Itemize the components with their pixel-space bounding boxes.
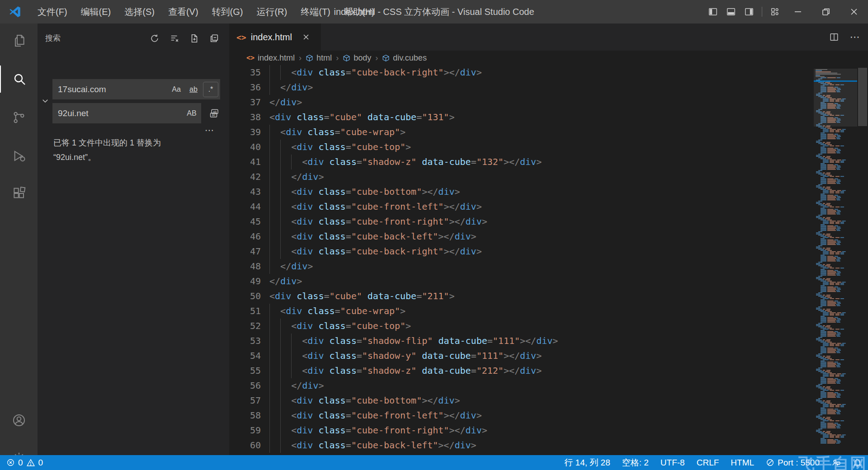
- breadcrumb-item-index.html[interactable]: <>index.html: [246, 53, 295, 63]
- code-line-35[interactable]: 35<div class="cube-back-right"></div>: [229, 65, 812, 80]
- code-line-content[interactable]: <div class="cube" data-cube="131">: [269, 110, 812, 125]
- menu-item-3[interactable]: 查看(V): [161, 0, 205, 24]
- code-line-content[interactable]: <div class="cube-back-right"></div>: [269, 65, 812, 80]
- toggle-replace-chevron-icon[interactable]: [39, 95, 51, 107]
- code-line-content[interactable]: <div class="cube-bottom"></div>: [269, 393, 812, 408]
- code-editor[interactable]: 35<div class="cube-back-right"></div>36<…: [229, 65, 812, 455]
- code-line-36[interactable]: 36</div>: [229, 80, 812, 95]
- search-icon[interactable]: [0, 66, 38, 93]
- code-line-45[interactable]: 45<div class="cube-front-right"></div>: [229, 214, 812, 229]
- code-line-content[interactable]: <div class="cube-wrap">: [269, 125, 812, 140]
- code-line-60[interactable]: 60<div class="cube-back-left"></div>: [229, 438, 812, 453]
- status-item-2[interactable]: UTF-8: [655, 455, 691, 470]
- code-line-content[interactable]: <div class="cube-wrap">: [269, 304, 812, 319]
- scrollbar-thumb[interactable]: [858, 68, 867, 126]
- more-actions-icon[interactable]: ⋯: [203, 125, 217, 136]
- code-line-40[interactable]: 40<div class="cube-top">: [229, 140, 812, 155]
- breadcrumb-item-html[interactable]: html: [306, 53, 332, 63]
- code-line-38[interactable]: 38<div class="cube" data-cube="131">: [229, 110, 812, 125]
- code-line-50[interactable]: 50<div class="cube" data-cube="211">: [229, 289, 812, 304]
- explorer-icon[interactable]: [0, 27, 38, 54]
- toggle-panel-icon[interactable]: [722, 0, 740, 24]
- vertical-scrollbar[interactable]: [857, 65, 868, 455]
- minimize-button[interactable]: [784, 0, 812, 24]
- code-line-content[interactable]: <div class="cube" data-cube="211">: [269, 289, 812, 304]
- clear-search-results-icon[interactable]: [168, 32, 181, 45]
- collapse-all-icon[interactable]: [208, 32, 221, 45]
- code-line-content[interactable]: <div class="cube-front-left"></div>: [269, 199, 812, 214]
- extensions-icon[interactable]: [0, 180, 38, 207]
- status-item-0[interactable]: 行 14, 列 28: [558, 455, 616, 470]
- code-line-39[interactable]: 39<div class="cube-wrap">: [229, 125, 812, 140]
- code-line-content[interactable]: <div class="cube-front-right"></div>: [269, 214, 812, 229]
- match-case-icon[interactable]: Aa: [169, 82, 184, 97]
- account-icon[interactable]: [0, 407, 38, 434]
- problems-status[interactable]: 0 0: [0, 458, 43, 468]
- code-line-55[interactable]: 55<div class="shadow-z" data-cube="212">…: [229, 363, 812, 378]
- status-item-1[interactable]: 空格: 2: [616, 455, 655, 470]
- code-line-content[interactable]: <div class="cube-back-right"></div>: [269, 244, 812, 259]
- menu-item-1[interactable]: 编辑(E): [74, 0, 118, 24]
- tab-index-html[interactable]: <> index.html: [229, 24, 321, 51]
- code-line-52[interactable]: 52<div class="cube-top">: [229, 319, 812, 334]
- code-line-37[interactable]: 37</div>: [229, 95, 812, 110]
- code-line-42[interactable]: 42</div>: [229, 169, 812, 184]
- code-line-44[interactable]: 44<div class="cube-front-left"></div>: [229, 199, 812, 214]
- code-line-content[interactable]: <div class="shadow-z" data-cube="212"></…: [269, 363, 812, 378]
- code-line-47[interactable]: 47<div class="cube-back-right"></div>: [229, 244, 812, 259]
- code-line-49[interactable]: 49</div>: [229, 274, 812, 289]
- menu-item-6[interactable]: 终端(T): [294, 0, 337, 24]
- run-debug-icon[interactable]: [0, 142, 38, 169]
- status-port[interactable]: Port : 5500: [760, 455, 826, 470]
- code-line-41[interactable]: 41<div class="shadow-z" data-cube="132">…: [229, 155, 812, 169]
- code-line-content[interactable]: <div class="shadow-z" data-cube="132"></…: [269, 155, 812, 169]
- code-line-content[interactable]: <div class="cube-front-right"></div>: [269, 423, 812, 438]
- code-line-46[interactable]: 46<div class="cube-back-left"></div>: [229, 229, 812, 244]
- code-line-content[interactable]: <div class="shadow-flip" data-cube="111"…: [269, 334, 812, 348]
- code-line-56[interactable]: 56</div>: [229, 378, 812, 393]
- menu-item-0[interactable]: 文件(F): [31, 0, 74, 24]
- restore-button[interactable]: [812, 0, 840, 24]
- menu-item-4[interactable]: 转到(G): [205, 0, 250, 24]
- minimap[interactable]: [814, 65, 857, 455]
- code-line-content[interactable]: </div>: [269, 378, 812, 393]
- editor-more-actions-icon[interactable]: ⋯: [848, 30, 862, 44]
- menu-item-5[interactable]: 运行(R): [250, 0, 294, 24]
- code-line-content[interactable]: <div class="cube-back-left"></div>: [269, 438, 812, 453]
- refresh-icon[interactable]: [148, 32, 161, 45]
- search-input[interactable]: [52, 85, 169, 94]
- code-line-content[interactable]: </div>: [269, 80, 812, 95]
- menu-item-2[interactable]: 选择(S): [118, 0, 161, 24]
- source-control-icon[interactable]: [0, 104, 38, 131]
- code-line-57[interactable]: 57<div class="cube-bottom"></div>: [229, 393, 812, 408]
- toggle-secondary-sidebar-icon[interactable]: [740, 0, 758, 24]
- status-item-4[interactable]: HTML: [725, 455, 760, 470]
- whole-word-icon[interactable]: ab: [186, 82, 201, 97]
- replace-input[interactable]: [52, 108, 184, 118]
- notifications-bell-icon[interactable]: [847, 455, 868, 470]
- tab-close-icon[interactable]: [300, 31, 312, 43]
- replace-all-icon[interactable]: abac: [207, 106, 222, 121]
- minimap-slider[interactable]: [814, 69, 857, 127]
- toggle-sidebar-icon[interactable]: [704, 0, 722, 24]
- code-line-content[interactable]: <div class="shadow-y" data-cube="111"></…: [269, 348, 812, 363]
- code-line-51[interactable]: 51<div class="cube-wrap">: [229, 304, 812, 319]
- preserve-case-icon[interactable]: AB: [184, 106, 199, 121]
- code-line-content[interactable]: <div class="cube-top">: [269, 140, 812, 155]
- split-editor-icon[interactable]: [827, 30, 841, 44]
- code-line-53[interactable]: 53<div class="shadow-flip" data-cube="11…: [229, 334, 812, 348]
- code-line-content[interactable]: <div class="cube-top">: [269, 319, 812, 334]
- code-line-content[interactable]: </div>: [269, 169, 812, 184]
- code-line-content[interactable]: </div>: [269, 274, 812, 289]
- regex-icon[interactable]: .*: [203, 82, 218, 97]
- code-line-43[interactable]: 43<div class="cube-bottom"></div>: [229, 184, 812, 199]
- code-line-content[interactable]: </div>: [269, 259, 812, 274]
- breadcrumb-item-div.cubes[interactable]: div.cubes: [382, 53, 427, 63]
- customize-layout-icon[interactable]: [766, 0, 784, 24]
- code-line-content[interactable]: <div class="cube-front-left"></div>: [269, 408, 812, 423]
- status-item-3[interactable]: CRLF: [691, 455, 725, 470]
- breadcrumb-item-body[interactable]: body: [343, 53, 371, 63]
- code-line-54[interactable]: 54<div class="shadow-y" data-cube="111">…: [229, 348, 812, 363]
- code-line-content[interactable]: </div>: [269, 95, 812, 110]
- code-line-48[interactable]: 48</div>: [229, 259, 812, 274]
